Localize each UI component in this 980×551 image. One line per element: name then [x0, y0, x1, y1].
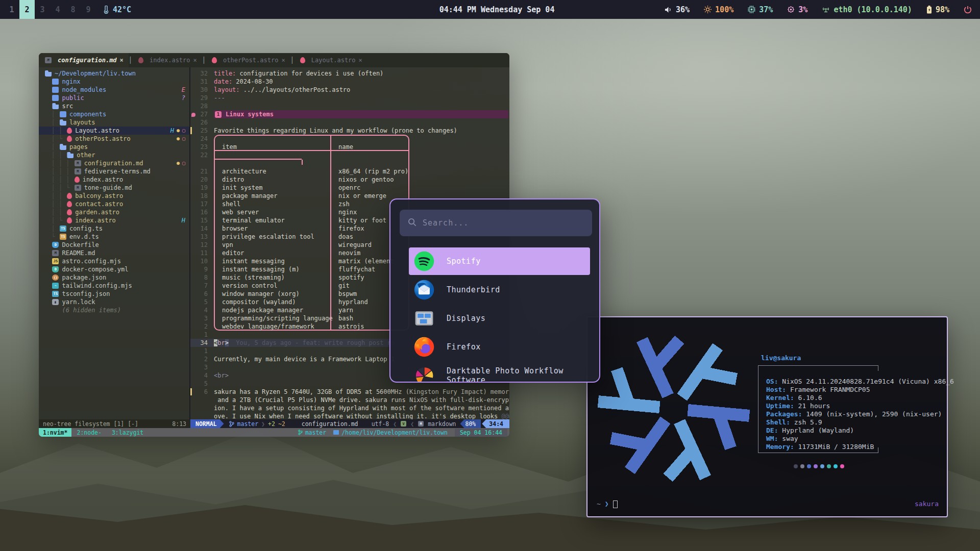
tmux-window-3[interactable]: 3:lazygit: [107, 429, 149, 437]
close-icon[interactable]: ×: [359, 56, 362, 64]
table-row: instant messagingmatrix (element: [214, 257, 409, 265]
workspace-9[interactable]: 9: [81, 0, 96, 19]
tree-item[interactable]: │ │ └ tone-guide.md: [39, 184, 189, 192]
git-blame-text: You, 5 days ago - feat: write rough post…: [229, 339, 395, 346]
tab-index-astro[interactable]: index.astro ×: [132, 53, 202, 67]
launcher-item-thunderbird[interactable]: Thunderbird: [409, 276, 590, 304]
hint-badge: H: [170, 127, 174, 135]
search-input[interactable]: [423, 218, 584, 228]
tree-item[interactable]: │ layouts: [39, 118, 189, 127]
table-row: window manager (xorg)bspwm: [214, 290, 409, 298]
table-row: architecturex86_64 (rip m2 pro): [214, 167, 409, 176]
tree-item[interactable]: package.json: [39, 273, 189, 282]
tab-otherpost-astro[interactable]: otherPost.astro ×: [206, 53, 290, 67]
power-icon: [964, 6, 972, 14]
tree-item[interactable]: └ env.d.ts: [39, 233, 189, 241]
astro-icon: [67, 201, 72, 207]
launcher-item-darktable[interactable]: Darktable Photo Workflow Software: [409, 362, 590, 383]
info-row: WM: sway: [766, 435, 954, 443]
table-row: webdev language/frameworkastrojs: [214, 322, 409, 331]
tree-item[interactable]: astro.config.mjs: [39, 257, 189, 265]
tree-item[interactable]: │ └ index.astroH: [39, 216, 189, 224]
tree-item[interactable]: yarn.lock: [39, 298, 189, 306]
modified-dot-icon: ●: [177, 159, 180, 167]
tmux-window-active[interactable]: 1:nvim*: [39, 428, 71, 437]
tree-item-label: pages: [69, 143, 88, 151]
tree-item-label: src: [62, 102, 73, 110]
network-module[interactable]: eth0 (10.0.0.140): [822, 5, 912, 14]
workspace-2-active[interactable]: 2: [19, 0, 35, 19]
hint-badge: H: [182, 216, 185, 224]
close-icon[interactable]: ×: [281, 56, 285, 64]
shell-prompt[interactable]: ~ ❯: [597, 500, 618, 508]
clock: 04:44 PM Wednesday Sep 04: [439, 5, 555, 14]
folder-icon: [52, 87, 59, 93]
markdown-icon: [52, 250, 59, 256]
temperature-module: 42°C: [103, 5, 131, 14]
fastfetch-terminal-window: liv@sakura OS: NixOS 24.11.20240828.71e9…: [586, 316, 948, 517]
tree-item[interactable]: │ │ │ index.astro: [39, 176, 189, 184]
tree-item-label: docker-compose.yml: [62, 265, 128, 273]
table-top-border: [214, 135, 409, 143]
markdown-icon: [75, 185, 81, 191]
statusline-filename: configuration.md: [302, 420, 358, 428]
tree-item[interactable]: │ │ other: [39, 151, 189, 159]
workspace-4[interactable]: 4: [50, 0, 65, 19]
tree-item-selected[interactable]: │ │ Layout.astroH●▢: [39, 127, 189, 135]
tree-item[interactable]: Dockerfile: [39, 241, 189, 249]
tree-item[interactable]: node_modulesE: [39, 86, 189, 94]
tree-item[interactable]: src: [39, 102, 189, 110]
terminal-color-palette: [794, 464, 844, 468]
lock-icon: [52, 299, 59, 305]
tree-item[interactable]: │ │ garden.astro: [39, 208, 189, 216]
tree-item[interactable]: tailwind.config.mjs: [39, 282, 189, 290]
workspace-8[interactable]: 8: [65, 0, 81, 19]
indent-guide: [44, 282, 51, 290]
volume-value: 36%: [676, 5, 690, 14]
tree-item[interactable]: │ │ │ configuration.md●▢: [39, 159, 189, 167]
tree-item[interactable]: │ config.ts: [39, 224, 189, 233]
typescript-icon: [60, 226, 66, 232]
git-badge: ?: [182, 94, 185, 102]
tree-item[interactable]: │ └ otherPost.astro●▢: [39, 135, 189, 143]
launcher-item-firefox[interactable]: Firefox: [409, 333, 590, 361]
close-icon[interactable]: ×: [120, 56, 124, 64]
indent-guide: │: [44, 110, 59, 118]
tree-item[interactable]: │ pages: [39, 143, 189, 151]
launcher-item-spotify[interactable]: Spotify: [409, 247, 590, 275]
table-row: music (streaming)spotify: [214, 273, 409, 282]
tree-item[interactable]: nginx: [39, 78, 189, 86]
tab-layout-astro[interactable]: Layout.astro ×: [294, 53, 368, 67]
launcher-item-label: Firefox: [447, 342, 481, 352]
tree-item[interactable]: │ components: [39, 110, 189, 118]
launcher-item-displays[interactable]: Displays: [409, 305, 590, 332]
table-row: privilege escalation tooldoas: [214, 233, 409, 241]
paragraph-text: sakura has a Ryzen 5 7640U, 32GB of DDR5…: [214, 388, 509, 419]
tree-item[interactable]: public?: [39, 94, 189, 102]
tree-item-label: tone-guide.md: [84, 184, 132, 192]
tree-item-label: config.ts: [69, 224, 103, 233]
launcher-item-label: Spotify: [447, 257, 481, 266]
brightness-value: 100%: [715, 5, 733, 14]
brightness-module[interactable]: 100%: [704, 5, 733, 14]
volume-module[interactable]: 36%: [665, 5, 690, 14]
search-box[interactable]: [400, 210, 592, 236]
tree-item[interactable]: │ │ contact.astro: [39, 200, 189, 208]
tree-item[interactable]: README.md: [39, 249, 189, 257]
workspace-1[interactable]: 1: [4, 0, 19, 19]
tmux-window-2[interactable]: 2:node-: [71, 429, 106, 437]
tmux-statusbar: 1:nvim* 2:node- 3:lazygit master /home/l…: [39, 428, 509, 437]
tree-root[interactable]: ~/Development/liv.town: [39, 69, 189, 78]
tree-item[interactable]: tsconfig.json: [39, 290, 189, 298]
indent-guide: │ │ │: [44, 159, 74, 167]
workspace-3[interactable]: 3: [35, 0, 50, 19]
close-icon[interactable]: ×: [193, 56, 197, 64]
astro-icon: [67, 136, 72, 142]
tree-item[interactable]: │ │ balcony.astro: [39, 192, 189, 200]
power-button[interactable]: [964, 6, 972, 14]
gpu-value: 3%: [798, 5, 807, 14]
tab-configuration-md[interactable]: configuration.md ×: [39, 53, 129, 67]
tree-item[interactable]: │ │ │ fediverse-terms.md: [39, 167, 189, 176]
table-row: editorneovim: [214, 249, 409, 257]
tree-item[interactable]: docker-compose.yml: [39, 265, 189, 273]
